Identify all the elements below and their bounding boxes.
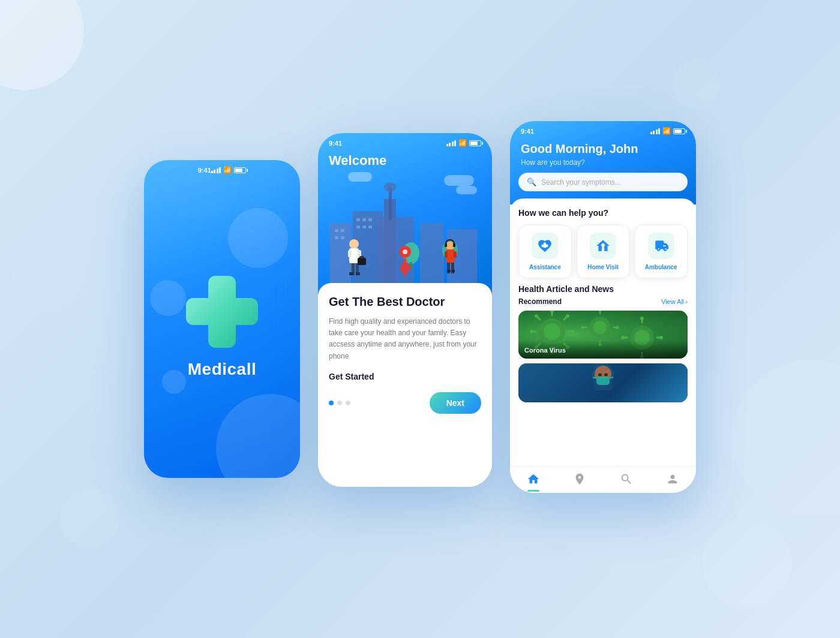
service-card-homevisit[interactable]: Home Visit xyxy=(577,225,630,278)
nav-indicator xyxy=(527,490,539,492)
help-title: How we can help you? xyxy=(518,208,688,218)
assistance-icon-container xyxy=(532,233,558,259)
bottom-navigation xyxy=(510,466,696,493)
svg-rect-42 xyxy=(451,270,455,272)
pagination-dots xyxy=(329,401,350,405)
status-bar-phone2: 9:41 📶 xyxy=(318,133,492,151)
nav-search[interactable] xyxy=(620,473,633,486)
svg-rect-48 xyxy=(601,245,605,246)
svg-rect-39 xyxy=(445,251,448,258)
svg-point-94 xyxy=(604,374,608,377)
svg-rect-40 xyxy=(454,251,457,258)
search-icon: 🔍 xyxy=(527,177,536,186)
svg-rect-9 xyxy=(341,229,344,232)
wifi-icon-2: 📶 xyxy=(458,139,467,147)
svg-rect-17 xyxy=(368,225,372,228)
search-bar[interactable]: 🔍 Search your symptoms... xyxy=(518,173,688,191)
svg-rect-34 xyxy=(359,256,364,258)
svg-point-64 xyxy=(566,314,569,318)
get-started-label: Get Started xyxy=(329,372,481,381)
svg-rect-46 xyxy=(542,245,548,247)
search-nav-icon xyxy=(620,473,633,486)
phone-onboarding: 9:41 📶 Welcome xyxy=(318,133,492,487)
battery-icon xyxy=(234,167,246,173)
signal-icon-3 xyxy=(650,128,661,134)
view-all-link[interactable]: View All › xyxy=(661,298,688,305)
svg-rect-15 xyxy=(356,225,360,228)
svg-point-35 xyxy=(446,242,454,250)
status-bar-phone3: 9:41 📶 xyxy=(510,121,696,137)
dot-1 xyxy=(329,401,334,405)
app-name: Medicall xyxy=(188,360,256,379)
svg-point-7 xyxy=(384,182,396,192)
svg-rect-14 xyxy=(368,218,372,221)
wifi-icon-3: 📶 xyxy=(662,127,671,135)
ambulance-icon-container xyxy=(648,233,674,259)
svg-point-58 xyxy=(571,330,574,333)
svg-point-52 xyxy=(550,311,554,313)
dashboard-body: How we can help you? Assistance xyxy=(510,198,696,466)
svg-rect-43 xyxy=(445,243,447,247)
time-phone3: 9:41 xyxy=(521,128,534,135)
dot-3 xyxy=(346,401,350,405)
onboard-title: Get The Best Doctor xyxy=(329,295,481,309)
svg-rect-41 xyxy=(447,270,451,272)
heart-icon xyxy=(537,238,553,254)
next-button[interactable]: Next xyxy=(430,392,481,414)
article-title-1: Corona Virus xyxy=(524,347,566,354)
service-cards: Assistance Home Visit xyxy=(518,225,688,278)
svg-point-56 xyxy=(530,330,533,333)
status-icons-phone2: 📶 xyxy=(446,139,482,147)
article-card-2[interactable] xyxy=(518,363,688,402)
svg-rect-13 xyxy=(362,218,366,221)
svg-rect-6 xyxy=(389,187,392,220)
location-nav-icon xyxy=(573,473,586,486)
mask-person-illustration xyxy=(518,363,688,402)
svg-point-25 xyxy=(349,239,359,249)
onboarding-body: Get The Best Doctor Find high quality an… xyxy=(318,283,492,487)
ambulance-icon xyxy=(653,238,669,254)
greeting-subtitle: How are you today? xyxy=(510,158,696,173)
svg-point-76 xyxy=(616,326,619,329)
splash-content: Medicall xyxy=(186,176,258,478)
phones-container: 9:41 📶 Medicall 9:41 xyxy=(144,145,696,493)
svg-point-50 xyxy=(544,323,560,340)
nav-profile[interactable] xyxy=(666,473,679,486)
svg-rect-90 xyxy=(596,377,610,385)
phone-dashboard: 9:41 📶 Good Morning, John How are you to… xyxy=(510,121,696,493)
article-card-1[interactable]: Corona Virus xyxy=(518,311,688,359)
service-card-ambulance[interactable]: Ambulance xyxy=(634,225,688,278)
news-title: Health Article and News xyxy=(518,284,688,294)
nav-location[interactable] xyxy=(573,473,586,486)
svg-point-74 xyxy=(581,326,584,329)
ambulance-label: Ambulance xyxy=(645,264,677,270)
news-section: Health Article and News Recommend View A… xyxy=(510,284,696,466)
illustration xyxy=(318,169,492,295)
svg-point-70 xyxy=(599,311,602,312)
battery-icon-2 xyxy=(469,140,481,146)
onboard-footer: Next xyxy=(329,392,481,414)
dashboard-header: 9:41 📶 Good Morning, John How are you to… xyxy=(510,121,696,204)
svg-point-68 xyxy=(593,321,607,334)
recommend-row: Recommend View All › xyxy=(518,297,688,306)
svg-rect-16 xyxy=(362,225,366,228)
svg-point-60 xyxy=(535,314,538,318)
app-logo xyxy=(186,276,258,348)
service-card-assistance[interactable]: Assistance xyxy=(518,225,572,278)
greeting-text: Good Morning, John xyxy=(510,137,696,158)
home-nav-icon xyxy=(527,473,540,486)
svg-point-84 xyxy=(621,336,625,339)
homevisit-icon-container xyxy=(590,233,616,259)
nav-home[interactable] xyxy=(527,473,540,486)
svg-point-93 xyxy=(598,374,602,377)
user-nav-icon xyxy=(666,473,679,486)
svg-rect-32 xyxy=(356,272,360,275)
article-overlay-1: Corona Virus xyxy=(518,341,688,359)
signal-icon-2 xyxy=(446,140,457,146)
recommend-label: Recommend xyxy=(518,297,562,306)
person-mask-background xyxy=(518,363,688,402)
svg-rect-29 xyxy=(348,250,352,257)
help-section: How we can help you? Assistance xyxy=(510,198,696,284)
svg-rect-33 xyxy=(358,258,366,265)
search-input[interactable]: Search your symptoms... xyxy=(541,178,621,186)
